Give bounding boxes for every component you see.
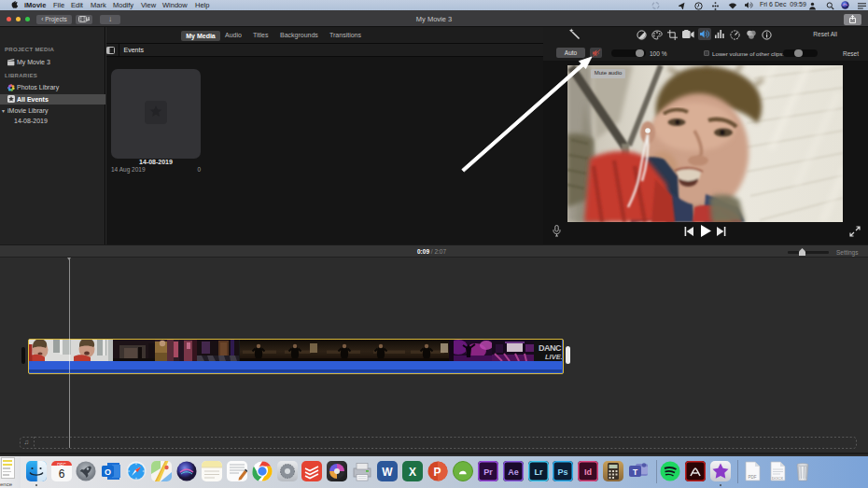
svg-text:X: X [409, 466, 416, 479]
svg-text:T: T [633, 467, 638, 477]
svg-text:Ps: Ps [557, 467, 567, 477]
svg-text:LIVE.: LIVE. [545, 353, 562, 361]
svg-text:Id: Id [584, 467, 592, 477]
svg-text:Pr: Pr [483, 467, 493, 477]
svg-text:O: O [105, 467, 111, 477]
svg-text:W: W [382, 466, 393, 479]
svg-text:6: 6 [59, 467, 65, 481]
svg-text:PDF: PDF [749, 475, 757, 480]
svg-text:P: P [433, 466, 441, 479]
svg-text:Lr: Lr [535, 467, 543, 477]
svg-text:DANC: DANC [539, 343, 562, 353]
svg-text:DOCX: DOCX [772, 476, 783, 481]
svg-text:Ae: Ae [508, 467, 519, 477]
